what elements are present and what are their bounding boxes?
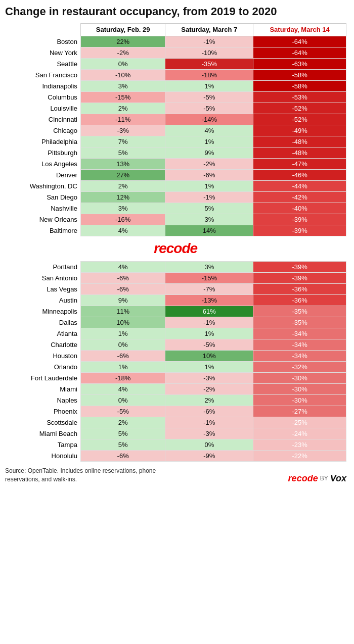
table-row: Las Vegas-6%-7%-36% — [5, 283, 346, 294]
feb29-cell: 11% — [80, 306, 165, 317]
city-name-cell: Fort Lauderdale — [5, 372, 80, 383]
mar14-cell: -42% — [253, 191, 346, 203]
feb29-cell: -6% — [80, 450, 165, 461]
mar7-cell: -14% — [165, 114, 253, 125]
table-row: Seattle0%-35%-63% — [5, 58, 346, 69]
feb29-cell: 13% — [80, 158, 165, 169]
footer-logo: recode BY Vox — [288, 473, 346, 484]
mar7-cell: -7% — [165, 283, 253, 294]
city-name-cell: San Antonio — [5, 272, 80, 283]
mar7-cell: 5% — [165, 203, 253, 214]
mar14-cell: -34% — [253, 328, 346, 339]
mar14-cell: -30% — [253, 372, 346, 383]
mar7-cell: -1% — [165, 417, 253, 428]
city-name-cell: Houston — [5, 350, 80, 361]
mar7-cell: -3% — [165, 372, 253, 383]
mar14-cell: -30% — [253, 383, 346, 394]
mar7-cell: -10% — [165, 47, 253, 58]
mar7-cell: 1% — [165, 80, 253, 91]
city-name-cell: Cincinnati — [5, 114, 80, 125]
table-row: Portland4%3%-39% — [5, 261, 346, 272]
mar14-cell: -39% — [253, 214, 346, 225]
feb29-cell: 27% — [80, 169, 165, 180]
city-name-cell: Orlando — [5, 361, 80, 372]
table-row: Philadelphia7%1%-48% — [5, 136, 346, 147]
mar14-cell: -52% — [253, 114, 346, 125]
recode-mid-logo: recode — [154, 240, 197, 256]
feb29-cell: 5% — [80, 428, 165, 439]
city-name-cell: Las Vegas — [5, 283, 80, 294]
table-row: Louisville2%-5%-52% — [5, 103, 346, 114]
footer-vox-text: Vox — [330, 473, 346, 484]
mar14-cell: -52% — [253, 103, 346, 114]
city-name-cell: New Orleans — [5, 214, 80, 225]
feb29-cell: -6% — [80, 283, 165, 294]
mar14-cell: -48% — [253, 136, 346, 147]
city-name-cell: Dallas — [5, 317, 80, 328]
feb29-cell: 4% — [80, 383, 165, 394]
city-name-cell: Washington, DC — [5, 180, 80, 191]
table-row: Los Angeles13%-2%-47% — [5, 158, 346, 169]
mar7-cell: -6% — [165, 169, 253, 180]
feb29-cell: 0% — [80, 339, 165, 350]
mar7-cell: -18% — [165, 69, 253, 80]
table-row: Atlanta1%1%-34% — [5, 328, 346, 339]
feb29-cell: 3% — [80, 80, 165, 91]
mar7-cell: 1% — [165, 328, 253, 339]
city-name-cell: Nashville — [5, 203, 80, 214]
city-name-cell: Naples — [5, 394, 80, 406]
feb29-cell: 5% — [80, 439, 165, 450]
table-row: Chicago-3%4%-49% — [5, 125, 346, 136]
feb29-cell: -16% — [80, 214, 165, 225]
city-name-cell: Denver — [5, 169, 80, 180]
mar7-cell: -3% — [165, 428, 253, 439]
mar14-cell: -23% — [253, 439, 346, 450]
mar14-cell: -39% — [253, 272, 346, 283]
mar7-cell: 3% — [165, 214, 253, 225]
mar14-cell: -32% — [253, 361, 346, 372]
mar14-cell: -47% — [253, 158, 346, 169]
mar14-cell: -40% — [253, 203, 346, 214]
city-name-cell: Philadelphia — [5, 136, 80, 147]
table-row: San Diego12%-1%-42% — [5, 191, 346, 203]
feb29-cell: -6% — [80, 350, 165, 361]
mar14-cell: -30% — [253, 394, 346, 406]
mar7-cell: -1% — [165, 36, 253, 47]
feb29-cell: 12% — [80, 191, 165, 203]
mar7-cell: -6% — [165, 406, 253, 417]
city-name-cell: Boston — [5, 36, 80, 47]
mar7-cell: -5% — [165, 103, 253, 114]
mar14-header: Saturday, March 14 — [253, 24, 346, 36]
table-row: Miami Beach5%-3%-24% — [5, 428, 346, 439]
table-row: Scottsdale2%-1%-25% — [5, 417, 346, 428]
table-row: Phoenix-5%-6%-27% — [5, 406, 346, 417]
city-name-cell: Scottsdale — [5, 417, 80, 428]
feb29-cell: -6% — [80, 272, 165, 283]
feb29-cell: 2% — [80, 103, 165, 114]
feb29-cell: 7% — [80, 136, 165, 147]
mar7-cell: 10% — [165, 350, 253, 361]
mar14-cell: -64% — [253, 47, 346, 58]
main-container: Change in restaurant occupancy, from 201… — [0, 0, 354, 489]
footer-recode-text: recode — [288, 473, 318, 484]
feb29-header: Saturday, Feb. 29 — [80, 24, 165, 36]
mar14-cell: -58% — [253, 69, 346, 80]
table-row: San Antonio-6%-15%-39% — [5, 272, 346, 283]
mar7-cell: 9% — [165, 147, 253, 158]
mar14-cell: -34% — [253, 350, 346, 361]
mar7-cell: -2% — [165, 383, 253, 394]
table-row: Austin9%-13%-36% — [5, 294, 346, 306]
mar14-cell: -24% — [253, 428, 346, 439]
recode-divider: recode — [5, 236, 346, 261]
footer: Source: OpenTable. Includes online reser… — [5, 467, 346, 484]
city-name-cell: Honolulu — [5, 450, 80, 461]
table-row: Honolulu-6%-9%-22% — [5, 450, 346, 461]
city-name-cell: Atlanta — [5, 328, 80, 339]
city-name-cell: Phoenix — [5, 406, 80, 417]
city-name-cell: San Francisco — [5, 69, 80, 80]
table-row: Baltimore4%14%-39% — [5, 225, 346, 236]
mar7-cell: -5% — [165, 339, 253, 350]
mar7-cell: -1% — [165, 191, 253, 203]
city-name-cell: Miami Beach — [5, 428, 80, 439]
mar7-cell: -15% — [165, 272, 253, 283]
